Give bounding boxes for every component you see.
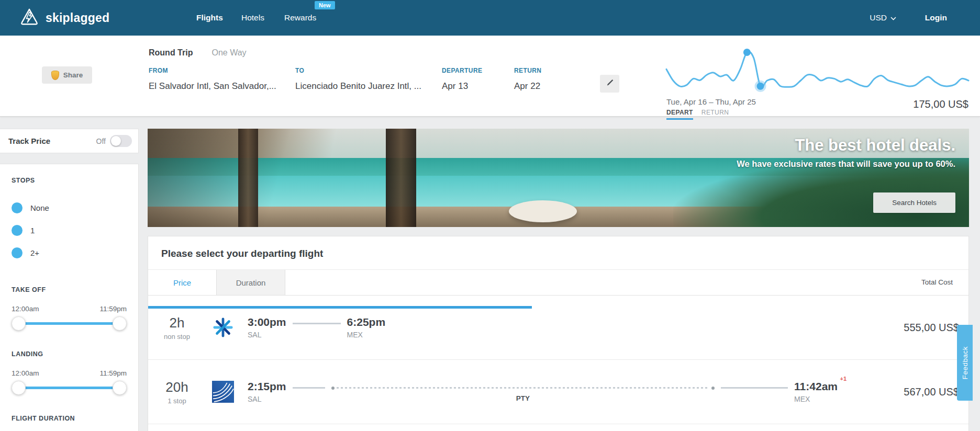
to-label: TO <box>295 67 432 74</box>
banner-subtitle: We have exclusive rates that will save y… <box>737 159 955 169</box>
skiplagged-brand[interactable]: skiplagged <box>20 0 109 36</box>
graph-tab-depart[interactable]: DEPART <box>666 109 693 120</box>
graph-date-range: Tue, Apr 16 – Thu, Apr 25 <box>666 97 756 106</box>
flight-stops: non stop <box>148 333 206 341</box>
login-button[interactable]: Login <box>925 0 947 36</box>
arrive-airport-code: MEX <box>347 331 386 339</box>
landing-slider <box>12 381 127 395</box>
total-cost-label: Total Cost <box>921 270 953 295</box>
depart-airport-code: SAL <box>248 395 286 403</box>
banner-art-post <box>238 129 258 227</box>
stops-list: None 1 2+ <box>12 197 127 264</box>
from-field[interactable]: FROM El Salvador Intl, San Salvador,... <box>149 67 286 92</box>
checked-circle-icon <box>12 247 23 258</box>
takeoff-slider-handle-max[interactable] <box>113 316 127 331</box>
arrive-block: 6:25pm MEX <box>347 316 386 339</box>
landing-slider-handle-max[interactable] <box>113 381 127 395</box>
toggle-knob <box>111 136 121 146</box>
arrive-time: 6:25pm <box>347 316 386 328</box>
flight-price: 555,00 US$ <box>904 322 959 334</box>
takeoff-end-label: 11:59pm <box>99 305 127 313</box>
layover-dashed-line: PTY <box>337 387 710 389</box>
plus-days-badge: +1 <box>840 376 847 382</box>
tab-sort-duration[interactable]: Duration <box>217 270 285 295</box>
flight-duration-block: 2h non stop <box>148 315 206 341</box>
nav-link-flights[interactable]: Flights <box>196 0 223 36</box>
results-header: Please select your departing flight <box>148 236 968 270</box>
depart-time: 3:00pm <box>248 316 286 328</box>
to-field[interactable]: TO Licenciado Benito Juarez Intl, ... <box>295 67 432 92</box>
tab-one-way[interactable]: One Way <box>211 48 246 58</box>
results-panel: Please select your departing flight Pric… <box>148 236 969 431</box>
tab-sort-price[interactable]: Price <box>148 270 217 295</box>
share-label: Share <box>63 71 83 79</box>
landing-slider-handle-min[interactable] <box>12 381 26 395</box>
currency-dropdown[interactable]: USD <box>870 0 896 36</box>
edit-search-button[interactable] <box>600 75 619 93</box>
banner-title: The best hotel deals. <box>795 136 955 155</box>
graph-tab-return[interactable]: RETURN <box>701 109 729 120</box>
banner-art-lounger <box>509 200 577 222</box>
from-label: FROM <box>149 67 286 74</box>
track-price-state: Off <box>96 137 106 145</box>
stops-option-1[interactable]: 1 <box>12 219 127 242</box>
landing-heading: LANDING <box>12 350 127 358</box>
graph-tabs: DEPART RETURN <box>666 109 729 120</box>
chevron-down-icon <box>890 0 896 36</box>
departure-value: Apr 13 <box>442 81 482 92</box>
stops-option-2plus[interactable]: 2+ <box>12 242 127 264</box>
takeoff-slider <box>12 316 127 331</box>
trip-type-tabs: Round Trip One Way <box>149 48 247 58</box>
track-price-label: Track Price <box>8 137 50 145</box>
segment-line <box>293 323 341 324</box>
shield-icon <box>51 71 59 80</box>
tab-round-trip[interactable]: Round Trip <box>149 48 193 58</box>
depart-time: 2:15pm <box>248 380 286 393</box>
hotel-deals-banner[interactable]: The best hotel deals. We have exclusive … <box>148 129 969 227</box>
depart-block: 3:00pm SAL <box>248 316 286 339</box>
arrive-airport-code: MEX <box>794 395 838 403</box>
stop-airport-code: PTY <box>516 394 530 402</box>
flight-duration: 2h <box>148 315 206 331</box>
flight-row[interactable]: 20h 1 stop 2:15pm <box>148 360 968 424</box>
arrive-block: 11:42am+1 MEX <box>794 380 838 403</box>
feedback-button[interactable]: Feedback <box>957 325 973 401</box>
sort-tabs: Price Duration Total Cost <box>148 270 968 296</box>
itinerary: 2:15pm SAL PTY 11:42am+1 MEX <box>240 380 968 403</box>
return-value: Apr 22 <box>514 81 541 92</box>
nav-link-hotels[interactable]: Hotels <box>241 0 264 36</box>
banner-art-post <box>386 129 416 227</box>
slider-track <box>17 387 121 389</box>
graph-selected-price: 175,00 US$ <box>913 98 968 110</box>
checked-circle-icon <box>12 202 23 213</box>
currency-value: USD <box>870 0 887 36</box>
stops-option-none[interactable]: None <box>12 197 127 219</box>
depart-block: 2:15pm SAL <box>248 380 286 403</box>
to-value: Licenciado Benito Juarez Intl, ... <box>295 81 432 92</box>
depart-airport-code: SAL <box>248 331 286 339</box>
takeoff-start-label: 12:00am <box>12 305 39 313</box>
return-label: RETURN <box>514 67 541 74</box>
return-field[interactable]: RETURN Apr 22 <box>514 67 541 92</box>
nav-link-rewards[interactable]: Rewards <box>284 0 316 36</box>
stops-heading: STOPS <box>12 177 127 184</box>
pencil-icon <box>606 78 614 89</box>
track-price-toggle[interactable] <box>110 135 132 147</box>
takeoff-slider-handle-min[interactable] <box>12 316 26 331</box>
skiplagged-logo-icon <box>20 8 39 28</box>
takeoff-slider-labels: 12:00am 11:59pm <box>12 305 127 313</box>
departure-field[interactable]: DEPARTURE Apr 13 <box>442 67 482 92</box>
landing-slider-labels: 12:00am 11:59pm <box>12 369 127 377</box>
segment-line <box>293 387 325 389</box>
flight-duration-heading: FLIGHT DURATION <box>12 415 127 422</box>
track-price-card: Track Price Off <box>0 129 139 153</box>
search-hotels-button[interactable]: Search Hotels <box>873 192 955 213</box>
price-sparkline[interactable] <box>664 48 971 94</box>
navbar: skiplagged Flights Hotels Rewards New US… <box>0 0 980 36</box>
share-button[interactable]: Share <box>42 66 92 84</box>
flight-duration-block: 20h 1 stop <box>148 379 206 405</box>
flight-row[interactable]: 2h non stop 3:00pm SAL 6:25pm MEX <box>148 296 968 360</box>
takeoff-heading: TAKE OFF <box>12 286 127 293</box>
segment-line <box>721 387 788 389</box>
avianca-logo-icon <box>206 316 240 338</box>
